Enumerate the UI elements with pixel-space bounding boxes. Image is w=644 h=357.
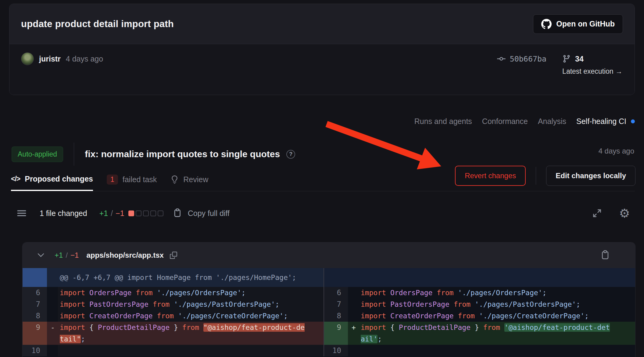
ratio-square [143,210,149,216]
git-branch-icon [562,55,571,63]
line-number: 8 [324,310,348,322]
file-additions: +1 [55,251,63,260]
stats-slash: / [111,209,113,218]
lightbulb-icon [170,175,179,184]
ratio-square-filled [128,210,134,216]
toolbar-icons: ⚙ [592,207,630,219]
tab-label: failed task [123,175,157,184]
hunk-header-text: @@ -6,7 +6,7 @@ import HomePage from './… [47,268,324,287]
latest-execution-link[interactable]: Latest execution → [562,67,622,76]
action-buttons: Revert changes Edit changes locally [455,165,635,186]
tab-proposed-changes[interactable]: </> Proposed changes [11,168,93,191]
files-changed-label: 1 file changed [40,209,87,218]
fix-heading-row: Auto-applied fix: normalize import quote… [12,143,634,166]
diff-marker [47,299,58,310]
diff-marker [348,310,359,322]
diff-row: 6import OrdersPage from './pages/OrdersP… [324,287,635,299]
auto-applied-badge: Auto-applied [12,147,63,162]
diff-row: 9+import { ProductDetailPage } from '@ai… [324,322,635,345]
diff-toolbar: 1 file changed +1 / −1 Copy full diff ⚙ [17,206,630,221]
avatar [21,52,34,65]
code-line: import PastOrdersPage from './pages/Past… [58,299,324,310]
nav-item-self-healing-ci[interactable]: Self-healing CI [576,117,635,126]
nav-item-analysis[interactable]: Analysis [538,117,566,126]
button-divider [536,167,536,185]
diff-pane-new: 6import OrdersPage from './pages/OrdersP… [324,268,635,356]
code-icon: </> [11,175,20,183]
diff-row: 10 [324,345,635,356]
author-row: juristr 4 days ago [21,52,103,65]
top-nav: Runs and agents Conformance Analysis Sel… [414,117,635,126]
commit-icon [497,54,506,63]
diff-marker [348,287,359,299]
line-number: 6 [324,287,348,299]
file-deletions: −1 [70,251,79,260]
open-on-github-label: Open on GitHub [556,19,615,28]
line-number: 9 [23,322,47,345]
line-number: 10 [23,345,47,356]
copy-full-diff-button[interactable]: Copy full diff [174,208,230,218]
diff-marker: - [47,322,58,345]
ratio-square [136,210,141,216]
copy-path-icon[interactable] [170,252,177,259]
code-line: import CreateOrderPage from './pages/Cre… [58,310,324,322]
failed-count-badge: 1 [107,175,118,185]
file-diff-header: +1 / −1 apps/shop/src/app.tsx [23,242,635,268]
executions-count-row[interactable]: 34 [562,52,584,65]
nav-item-runs-and-agents[interactable]: Runs and agents [414,117,472,126]
file-path: apps/shop/src/app.tsx [86,251,163,260]
expand-fullscreen-icon[interactable] [592,208,602,218]
nav-item-conformance[interactable]: Conformance [482,117,528,126]
commit-meta: juristr 4 days ago 50b667ba 34 Latest ex… [9,44,635,95]
code-line: import CreateOrderPage from './pages/Cre… [359,310,635,322]
fix-title: fix: normalize import quotes to single q… [85,149,280,159]
gear-icon[interactable]: ⚙ [619,207,630,219]
code-line: import { ProductDetailPage } from "@aish… [58,322,324,345]
code-line [58,345,324,356]
revert-changes-button[interactable]: Revert changes [455,166,526,186]
ratio-square [158,210,163,216]
diff-marker [47,310,58,322]
tab-failed-task[interactable]: 1 failed task [107,168,157,191]
code-line: import PastOrdersPage from './pages/Past… [359,299,635,310]
diff-marker [348,299,359,310]
vertical-divider [74,143,74,166]
commit-hash-chip[interactable]: 50b667ba [497,52,546,65]
fix-time: 4 days ago [599,147,634,155]
diff-row: 9-import { ProductDetailPage } from "@ai… [23,322,324,345]
tab-label: Review [183,175,208,184]
nav-item-label: Self-healing CI [576,117,626,126]
code-line: import OrdersPage from './pages/OrdersPa… [58,287,324,299]
diff-row: 8import CreateOrderPage from './pages/Cr… [324,310,635,322]
diff-row: 6import OrdersPage from './pages/OrdersP… [23,287,324,299]
hunk-header-row [324,268,635,287]
line-number: 6 [23,287,47,299]
tab-review[interactable]: Review [170,168,208,191]
code-line [359,345,635,356]
hamburger-menu-icon[interactable] [17,210,26,217]
author-name: juristr [39,55,61,63]
executions: 34 Latest execution → [562,52,622,76]
ratio-square [150,210,156,216]
additions-count: +1 [99,209,108,218]
copy-file-diff-icon[interactable] [601,250,611,260]
diff-ratio-squares [128,210,163,216]
diff-stats: +1 / −1 [99,209,124,218]
commit-meta-right: 50b667ba 34 Latest execution → [497,52,622,95]
open-on-github-button[interactable]: Open on GitHub [533,14,623,34]
diff-pane-old: @@ -6,7 +6,7 @@ import HomePage from './… [23,268,324,356]
line-number: 7 [23,299,47,310]
notification-dot [631,119,635,123]
executions-count: 34 [575,55,584,63]
commit-card-header: update product detail import path Open o… [9,4,635,44]
diff-row: 7import PastOrdersPage from './pages/Pas… [23,299,324,310]
copy-full-diff-label: Copy full diff [188,209,230,218]
chevron-down-icon[interactable] [37,253,45,258]
help-icon[interactable]: ? [286,150,295,159]
deletions-count: −1 [116,209,124,218]
diff-marker [47,287,58,299]
code-line: import { ProductDetailPage } from '@aish… [359,322,635,345]
edit-changes-locally-button[interactable]: Edit changes locally [546,166,635,186]
file-stats-slash: / [66,251,68,260]
github-icon [541,19,552,29]
